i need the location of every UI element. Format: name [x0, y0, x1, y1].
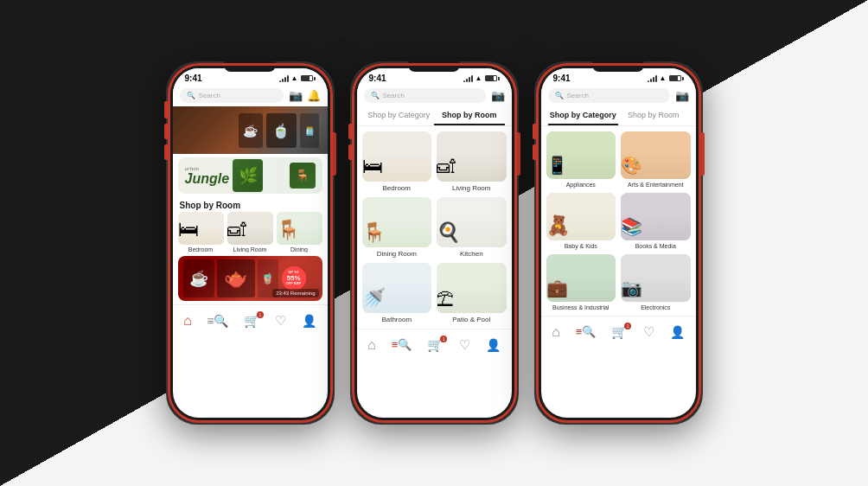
- volume-up-btn-2[interactable]: [348, 124, 352, 139]
- living-card-img-2: [437, 131, 507, 182]
- search-input-3[interactable]: 🔍 Search: [548, 88, 670, 103]
- nav-profile-2[interactable]: 👤: [486, 338, 501, 352]
- nav-cart-1[interactable]: 🛒 1: [244, 313, 260, 329]
- nav-wishlist-1[interactable]: ♡: [275, 313, 286, 329]
- volume-up-btn[interactable]: [164, 124, 168, 139]
- bedroom-label: Bedroom: [188, 246, 213, 253]
- nav-wishlist-2[interactable]: ♡: [459, 337, 470, 353]
- bottom-nav-2: ⌂ ≡🔍 🛒 1 ♡ 👤: [357, 329, 512, 360]
- category-card-baby[interactable]: Baby & Kids: [546, 193, 616, 249]
- camera-icon-2[interactable]: 📷: [491, 89, 505, 102]
- room-card-living-2[interactable]: Living Room: [437, 131, 507, 192]
- living-thumb: [227, 212, 273, 245]
- search-input-1[interactable]: 🔍 Search: [180, 88, 284, 103]
- camera-icon-3[interactable]: 📷: [675, 89, 689, 102]
- volume-down-btn-2[interactable]: [348, 144, 352, 160]
- status-icons-2: ▲: [463, 74, 500, 82]
- hero-product-3: 🫙: [300, 113, 319, 148]
- volume-down-btn[interactable]: [164, 144, 168, 160]
- status-time-1: 9:41: [185, 74, 202, 83]
- cart-badge-3: 1: [624, 323, 631, 329]
- nav-search-3[interactable]: ≡🔍: [576, 325, 597, 338]
- promo-product-1: ☕: [183, 259, 214, 297]
- search-nav-icon-2: ≡🔍: [392, 338, 412, 351]
- jungle-banner[interactable]: urban Jungle 🌿 🪴 🪑: [178, 157, 322, 194]
- nav-wishlist-3[interactable]: ♡: [643, 324, 654, 340]
- status-time-3: 9:41: [553, 74, 571, 83]
- hero-product-1: ☕: [239, 113, 263, 148]
- search-input-2[interactable]: 🔍 Search: [364, 88, 486, 103]
- room-card-dining-2[interactable]: Dining Room: [362, 197, 432, 258]
- nav-home-2[interactable]: ⌂: [367, 337, 376, 353]
- category-card-books[interactable]: Books & Media: [621, 193, 691, 249]
- promo-banner[interactable]: ☕ 🫖 🧋 UP TO 55% OFF RRP 23:43 Remaining: [178, 256, 322, 301]
- search-icon-3: 🔍: [555, 92, 564, 99]
- tab-room-2[interactable]: Shop by Room: [434, 106, 505, 125]
- room-item-bedroom[interactable]: Bedroom: [178, 212, 224, 253]
- nav-profile-3[interactable]: 👤: [670, 325, 685, 339]
- hero-banner-1[interactable]: ☕ 🍵 🫙: [173, 106, 328, 154]
- baby-card-img: [546, 193, 616, 240]
- search-actions-3: 📷: [675, 89, 689, 102]
- category-card-electronics[interactable]: Electronics: [621, 254, 691, 310]
- room-card-kitchen-2[interactable]: Kitchen: [437, 197, 507, 258]
- bottom-nav-3: ⌂ ≡🔍 🛒 1 ♡ 👤: [541, 316, 696, 347]
- shop-by-room-title: Shop by Room: [173, 197, 328, 212]
- room-card-bedroom-2[interactable]: Bedroom: [362, 131, 432, 192]
- tabs-2: Shop by Category Shop by Room: [357, 106, 512, 126]
- volume-down-btn-3[interactable]: [533, 144, 536, 160]
- camera-icon-1[interactable]: 📷: [289, 89, 303, 102]
- nav-search-2[interactable]: ≡🔍: [392, 338, 412, 351]
- volume-up-btn-3[interactable]: [533, 124, 536, 139]
- tab-category-2[interactable]: Shop by Category: [364, 106, 435, 125]
- business-card-label: Business & Industrial: [552, 304, 609, 310]
- wifi-icon-2: ▲: [475, 74, 482, 82]
- category-card-appliance[interactable]: Appliances: [546, 131, 616, 188]
- nav-cart-2[interactable]: 🛒 1: [427, 337, 444, 353]
- nav-home-3[interactable]: ⌂: [552, 324, 560, 340]
- nav-search-1[interactable]: ≡🔍: [207, 314, 228, 328]
- room-grid-small: Bedroom Living Room Dining: [173, 212, 328, 253]
- room-card-bathroom-2[interactable]: Bathroom: [362, 263, 432, 323]
- nav-profile-1[interactable]: 👤: [302, 314, 316, 328]
- search-icon-2: 🔍: [371, 92, 380, 99]
- heart-icon-3: ♡: [643, 324, 654, 340]
- wifi-icon-1: ▲: [291, 74, 298, 82]
- kitchen-card-img-2: [437, 197, 507, 247]
- status-bar-2: 9:41 ▲: [357, 68, 512, 85]
- tab-room-3[interactable]: Shop by Room: [618, 106, 689, 125]
- room-item-dining[interactable]: Dining: [277, 212, 322, 253]
- promo-products: ☕ 🫖 🧋: [183, 259, 278, 297]
- category-card-arts[interactable]: Arts & Entertainment: [621, 131, 691, 188]
- bell-icon-1[interactable]: 🔔: [307, 89, 321, 102]
- signal-icon-1: [279, 75, 289, 82]
- category-card-business[interactable]: Business & Industrial: [546, 254, 616, 310]
- bathroom-card-img-2: [362, 263, 432, 313]
- tab-category-3[interactable]: Shop by Category: [548, 106, 619, 125]
- status-icons-3: ▲: [648, 74, 684, 82]
- cart-badge-1: 1: [257, 311, 264, 318]
- room-item-living[interactable]: Living Room: [227, 212, 273, 253]
- status-bar-3: 9:41 ▲: [541, 68, 696, 85]
- search-actions-2: 📷: [491, 89, 505, 102]
- living-visual: [227, 212, 273, 245]
- kitchen-card-label-2: Kitchen: [460, 250, 483, 258]
- battery-icon-3: [669, 75, 684, 81]
- nav-home-1[interactable]: ⌂: [183, 313, 192, 329]
- electronics-card-img: [621, 254, 691, 302]
- nav-cart-3[interactable]: 🛒 1: [611, 324, 628, 340]
- room-grid-2: Bedroom Living Room Dining Room Kitchen: [357, 126, 512, 329]
- business-card-img: [546, 254, 616, 302]
- search-nav-icon-3: ≡🔍: [576, 325, 597, 338]
- dining-thumb: [277, 212, 322, 245]
- search-nav-icon-1: ≡🔍: [207, 314, 228, 328]
- room-card-patio-2[interactable]: Patio & Pool: [437, 263, 507, 323]
- silent-btn[interactable]: [164, 101, 168, 118]
- phone-3: 9:41 ▲ 🔍 Search: [534, 61, 703, 425]
- search-bar-1: 🔍 Search 📷 🔔: [173, 85, 328, 106]
- patio-card-img-2: [437, 263, 507, 313]
- home-icon-3: ⌂: [552, 324, 560, 340]
- dining-label: Dining: [290, 246, 308, 253]
- heart-icon-1: ♡: [275, 313, 286, 329]
- promo-badge-line2: OFF RRP: [286, 282, 302, 285]
